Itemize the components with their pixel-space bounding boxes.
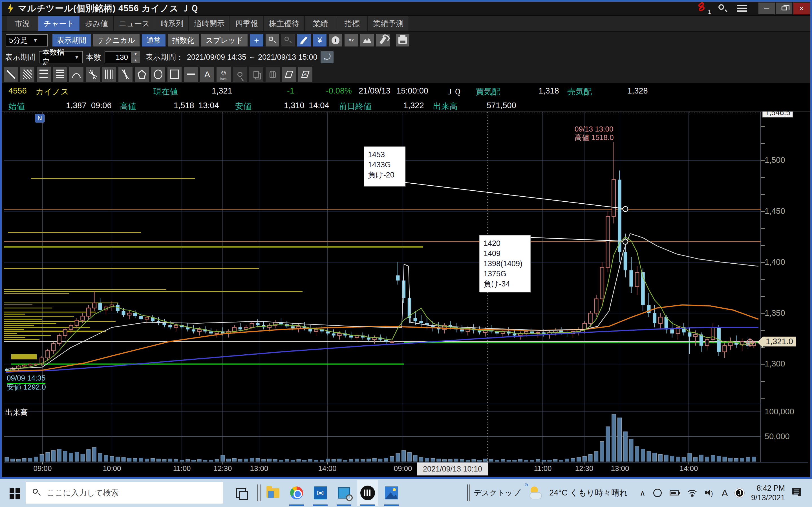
zoom-out-button[interactable]: − <box>282 34 295 47</box>
fibonacci-arc-icon <box>72 73 81 78</box>
high-value: 1,518 <box>174 101 194 110</box>
chart-area[interactable]: 1,5001,4501,4001,3501,300100,00050,00009… <box>2 112 810 476</box>
action-center-icon[interactable] <box>792 488 804 498</box>
weather-icon[interactable] <box>529 486 545 500</box>
period-mode-dropdown[interactable]: 本数指定▼ <box>39 51 83 63</box>
battery-icon[interactable] <box>670 490 679 496</box>
ime-lang-icon[interactable]: J <box>735 488 744 498</box>
trend-line-tool[interactable] <box>4 67 18 82</box>
wrench-button[interactable] <box>376 34 390 47</box>
onedrive-icon[interactable] <box>653 489 662 497</box>
taskbar-search[interactable]: ここに入力して検索 <box>26 482 223 504</box>
toolbar-main: 5分足▼ 表示期間テクニカル通常指数化スプレッド ＋+−¥iMY <box>2 32 810 49</box>
taskbar-clock[interactable]: 8:42 PM 9/13/2021 <box>751 483 785 503</box>
info-button[interactable]: i <box>329 34 342 47</box>
tab-歩み値[interactable]: 歩み値 <box>80 16 114 31</box>
app-logo-icon <box>7 4 14 13</box>
fibonacci-arc-tool[interactable] <box>69 67 84 82</box>
eraser-tool[interactable] <box>282 67 296 82</box>
pentagon-tool[interactable] <box>135 67 149 82</box>
start-button[interactable] <box>10 488 14 493</box>
open-value: 1,387 <box>66 101 87 110</box>
stock-code: 4556 <box>8 86 27 96</box>
pencil-button[interactable] <box>297 34 311 47</box>
reset-range-button[interactable]: ⤾ <box>320 51 334 63</box>
yen-button[interactable]: ¥ <box>313 34 326 47</box>
taskbar-app-photos[interactable] <box>380 480 402 506</box>
interval-dropdown[interactable]: 5分足▼ <box>6 34 48 47</box>
desktop-toolbar[interactable]: デスクトップ» <box>474 488 520 498</box>
search-icon[interactable] <box>718 4 727 13</box>
zoom-in-button[interactable]: + <box>266 34 279 47</box>
copy-tool[interactable] <box>249 67 263 82</box>
hand-tool[interactable] <box>266 67 280 82</box>
trade-tooltip: 142014091398(1409)1375G負け-34 <box>479 235 530 292</box>
vertical-lines-tool[interactable] <box>102 67 116 82</box>
time-tick-label: 12:30 <box>575 464 593 473</box>
tab-チャート[interactable]: チャート <box>38 16 80 31</box>
menu-icon[interactable] <box>737 5 747 12</box>
high-time: 13:04 <box>199 101 219 110</box>
tab-適時開示[interactable]: 適時開示 <box>189 16 230 31</box>
trend-fan-tool[interactable] <box>118 67 133 82</box>
news-badge[interactable]: N <box>35 114 45 122</box>
ellipse-tool[interactable] <box>151 67 165 82</box>
stock-name: カイノス <box>36 86 69 98</box>
toolbar-button-指数化[interactable]: 指数化 <box>168 34 199 47</box>
drawing-toolbar: A☺iconA <box>2 65 810 83</box>
rectangle-tool[interactable] <box>167 67 182 82</box>
taskbar-app-mail[interactable]: ✉ <box>310 480 331 506</box>
taskbar-app-explorer[interactable] <box>262 480 284 506</box>
weather-text[interactable]: 24°C くもり時々晴れ <box>549 487 628 499</box>
ime-mode[interactable]: A <box>721 488 728 499</box>
tab-時系列[interactable]: 時系列 <box>155 16 189 31</box>
horizontal-lines-3-tool[interactable] <box>37 67 51 82</box>
crosshair-button[interactable]: ＋ <box>250 34 263 47</box>
tab-業績[interactable]: 業績 <box>305 16 336 31</box>
print-button[interactable] <box>396 34 409 47</box>
count-input[interactable]: 130 <box>105 51 132 63</box>
tab-市況[interactable]: 市況 <box>7 16 38 31</box>
fan-lines-tool[interactable] <box>86 67 100 82</box>
time-tick-label: 14:00 <box>679 464 698 473</box>
yen-icon: ¥ <box>317 36 322 45</box>
volume-label: 出来高 <box>433 101 458 112</box>
horizontal-lines-4-tool[interactable] <box>53 67 67 82</box>
toolbar-period: 表示期間 本数指定▼ 本数 130 ▼▲ 表示期間： 2021/09/09 14… <box>2 49 810 65</box>
toolbar-button-通常[interactable]: 通常 <box>142 34 165 47</box>
toolbar-button-表示期間[interactable]: 表示期間 <box>52 34 91 47</box>
tab-四季報[interactable]: 四季報 <box>230 16 264 31</box>
eraser-icon <box>285 71 293 78</box>
restore-button[interactable] <box>776 3 792 14</box>
count-stepper[interactable]: ▼▲ <box>132 51 140 63</box>
task-view-button[interactable] <box>236 488 246 498</box>
link-icon[interactable]: 1 <box>698 3 711 14</box>
taskbar-app-trade[interactable] <box>357 480 378 506</box>
wifi-icon[interactable] <box>687 489 697 497</box>
horizontal-segment-tool[interactable] <box>184 67 198 82</box>
pin-tool[interactable] <box>233 67 247 82</box>
price-tick-label: 1,450 <box>765 207 785 216</box>
parallel-lines-tool[interactable] <box>20 67 35 82</box>
eraser-all-tool[interactable]: A <box>298 67 312 82</box>
taskbar-app-snip[interactable] <box>333 480 355 506</box>
tab-ニュース[interactable]: ニュース <box>114 16 156 31</box>
time-tick-label: 14:00 <box>318 464 336 473</box>
area-chart-icon <box>363 38 371 43</box>
taskbar-app-chrome[interactable] <box>286 480 307 506</box>
search-icon <box>33 489 41 497</box>
toolbar-button-テクニカル[interactable]: テクニカル <box>93 34 140 47</box>
tab-株主優待[interactable]: 株主優待 <box>264 16 305 31</box>
my-chart-button[interactable]: MY <box>345 34 358 47</box>
speaker-icon[interactable]: ) <box>705 489 714 497</box>
emoji-tool[interactable]: ☺icon <box>216 67 231 82</box>
hidden-icons-chevron[interactable]: ∧ <box>640 489 646 498</box>
text-tool[interactable]: A <box>200 67 214 82</box>
range-value: 2021/09/09 14:35 ～ 2021/09/13 15:00 <box>187 52 317 62</box>
tab-指標[interactable]: 指標 <box>336 16 368 31</box>
close-button[interactable]: × <box>794 3 810 14</box>
toolbar-button-スプレッド[interactable]: スプレッド <box>201 34 248 47</box>
minimize-button[interactable]: ─ <box>758 3 775 14</box>
tab-業績予測[interactable]: 業績予測 <box>368 16 409 31</box>
area-chart-button[interactable] <box>360 34 374 47</box>
